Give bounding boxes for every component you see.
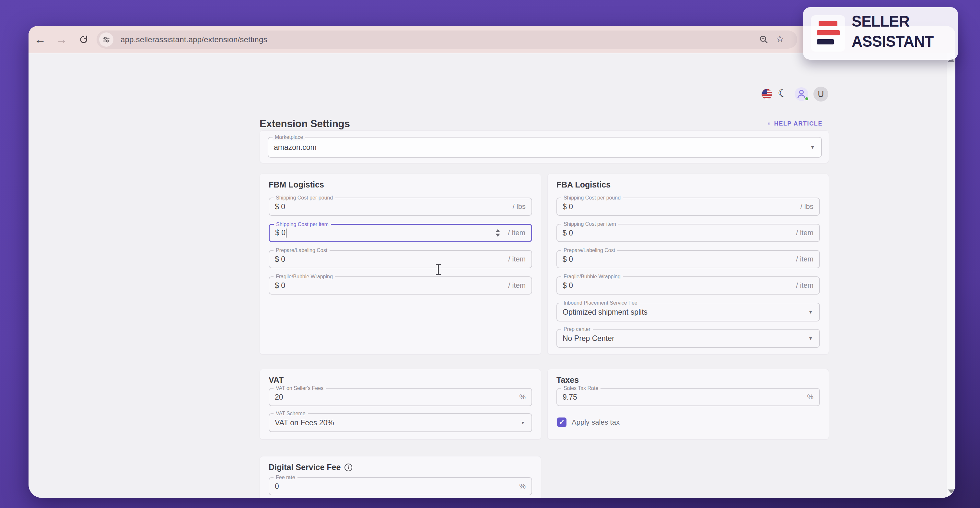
fbm-panel-title: FBM Logistics [269, 180, 324, 189]
user-avatar[interactable]: U [813, 86, 828, 102]
dsf-title-text: Digital Service Fee [269, 463, 340, 472]
reload-icon [78, 34, 89, 45]
field-suffix: % [519, 482, 526, 490]
field-value: $ 0 [563, 281, 573, 290]
scrollbar[interactable] [947, 53, 955, 498]
sales-tax-rate-field[interactable]: Sales Tax Rate 9.75 % [557, 388, 820, 406]
chevron-down-icon: ▼ [520, 420, 525, 425]
taxes-panel-title: Taxes [557, 375, 579, 385]
tune-icon [102, 35, 110, 44]
field-value: $ 0 [563, 203, 573, 211]
dark-mode-moon-icon[interactable]: ☾ [778, 87, 787, 99]
field-label: Fragile/Bubble Wrapping [274, 273, 335, 280]
field-suffix: % [807, 393, 813, 401]
field-value: 0 [275, 482, 279, 491]
field-label: Shipping Cost per pound [274, 194, 335, 201]
fba-shipping-cost-per-item-field[interactable]: Shipping Cost per item $ 0 / item [557, 224, 820, 242]
brand-line2: ASSISTANT [852, 31, 934, 51]
fbm-fragile-bubble-wrapping-field[interactable]: Fragile/Bubble Wrapping $ 0 / item [269, 276, 532, 294]
taxes-panel: Taxes Sales Tax Rate 9.75 % ✓ Apply sale… [547, 369, 829, 439]
text-caret [286, 228, 286, 238]
stepper-down-icon[interactable] [495, 234, 500, 237]
field-suffix: / item [508, 229, 525, 237]
scroll-down-arrow-icon[interactable] [948, 489, 955, 494]
fbm-shipping-cost-per-pound-field[interactable]: Shipping Cost per pound $ 0 / lbs [269, 198, 532, 216]
inbound-placement-service-fee-select[interactable]: Inbound Placement Service Fee Optimized … [557, 303, 820, 321]
online-status-dot [805, 97, 809, 101]
field-suffix: / item [796, 281, 813, 290]
chevron-down-icon: ▼ [808, 310, 813, 315]
field-suffix: / item [508, 281, 526, 290]
fba-shipping-cost-per-pound-field[interactable]: Shipping Cost per pound $ 0 / lbs [557, 198, 820, 216]
logo-bar-red-2 [817, 30, 840, 35]
vat-panel-title: VAT [269, 375, 283, 385]
stepper-up-icon[interactable] [495, 229, 500, 232]
help-article-label: HELP ARTICLE [774, 120, 822, 127]
article-icon [767, 119, 770, 128]
seller-assistant-wordmark: SELLER ASSISTANT [852, 11, 934, 51]
account-status-button[interactable] [795, 87, 808, 101]
mouse-ibeam-cursor [435, 264, 441, 275]
back-button[interactable]: ← [31, 26, 49, 53]
fba-prepare-labeling-cost-field[interactable]: Prepare/Labeling Cost $ 0 / item [557, 250, 820, 268]
logo-bar-navy [817, 39, 834, 45]
chevron-down-icon: ▼ [808, 336, 813, 341]
field-label: Fee rate [274, 474, 298, 481]
help-article-link[interactable]: HELP ARTICLE [767, 119, 822, 128]
field-label: Prepare/Labeling Cost [561, 247, 617, 254]
address-bar[interactable]: app.sellerassistant.app/extension/settin… [97, 30, 797, 49]
field-label: Fragile/Bubble Wrapping [561, 273, 623, 280]
field-label: VAT on Seller's Fees [274, 385, 326, 391]
apply-sales-tax-checkbox-row[interactable]: ✓ Apply sales tax [557, 417, 620, 427]
magnifier-minus-icon [759, 35, 769, 45]
vat-on-sellers-fees-field[interactable]: VAT on Seller's Fees 20 % [269, 388, 532, 406]
field-label: Shipping Cost per item [274, 221, 331, 228]
field-value: $ 0 [275, 203, 285, 211]
prep-center-select[interactable]: Prep center No Prep Center ▼ [557, 329, 820, 348]
fbm-prepare-labeling-cost-field[interactable]: Prepare/Labeling Cost $ 0 / item [269, 250, 532, 268]
field-suffix: % [519, 393, 526, 401]
dsf-panel-title: Digital Service Fee i [269, 463, 352, 472]
field-label: Shipping Cost per item [561, 220, 618, 227]
forward-button[interactable]: → [52, 26, 71, 53]
field-value: $ 0 [563, 229, 573, 238]
fba-panel-title: FBA Logistics [557, 180, 611, 189]
marketplace-label: Marketplace [272, 134, 305, 141]
browser-window: ← → app.sellerassistant.app/extension/se… [29, 26, 955, 498]
field-label: VAT Scheme [274, 410, 308, 417]
fbm-shipping-cost-per-item-field[interactable]: Shipping Cost per item $ 0 / item [269, 224, 532, 242]
vat-scheme-select[interactable]: VAT Scheme VAT on Fees 20% ▼ [269, 413, 532, 432]
fee-rate-field[interactable]: Fee rate 0 % [269, 477, 532, 495]
flag-canton [762, 89, 767, 94]
field-value: 9.75 [563, 393, 577, 402]
zoom-out-button[interactable] [759, 35, 769, 46]
site-settings-button[interactable] [99, 32, 113, 47]
checkbox-checked-icon[interactable]: ✓ [557, 417, 566, 427]
field-suffix: / item [796, 255, 813, 264]
chevron-down-icon: ▼ [810, 145, 815, 150]
field-label: Shipping Cost per pound [561, 194, 623, 201]
number-stepper[interactable] [495, 229, 500, 237]
field-label: Prep center [561, 326, 593, 332]
field-value: VAT on Fees 20% [275, 419, 334, 427]
field-value: $ 0 [275, 228, 286, 238]
field-suffix: / lbs [800, 203, 813, 211]
page-title: Extension Settings [259, 118, 350, 130]
field-suffix: / item [508, 255, 526, 264]
marketplace-select[interactable]: Marketplace amazon.com ▼ [268, 137, 822, 158]
fba-fragile-bubble-wrapping-field[interactable]: Fragile/Bubble Wrapping $ 0 / item [557, 276, 820, 294]
brand-line1: SELLER [852, 11, 934, 31]
digital-service-fee-panel: Digital Service Fee i Fee rate 0 % [259, 456, 541, 498]
info-icon[interactable]: i [345, 463, 352, 471]
bookmark-star-icon[interactable]: ☆ [775, 33, 784, 45]
logo-bar-red-1 [819, 21, 837, 26]
apply-sales-tax-label: Apply sales tax [572, 418, 620, 427]
seller-assistant-overlay: SELLER ASSISTANT [803, 7, 958, 60]
field-value: $ 0 [563, 255, 573, 264]
field-label: Inbound Placement Service Fee [561, 299, 640, 306]
reload-button[interactable] [75, 26, 93, 53]
fba-logistics-panel: FBA Logistics Shipping Cost per pound $ … [547, 174, 829, 355]
seller-assistant-logo-icon [811, 15, 845, 51]
page-content: ☾ U Extension Settings Configure Seller … [29, 53, 955, 498]
language-flag-icon[interactable] [762, 89, 772, 99]
